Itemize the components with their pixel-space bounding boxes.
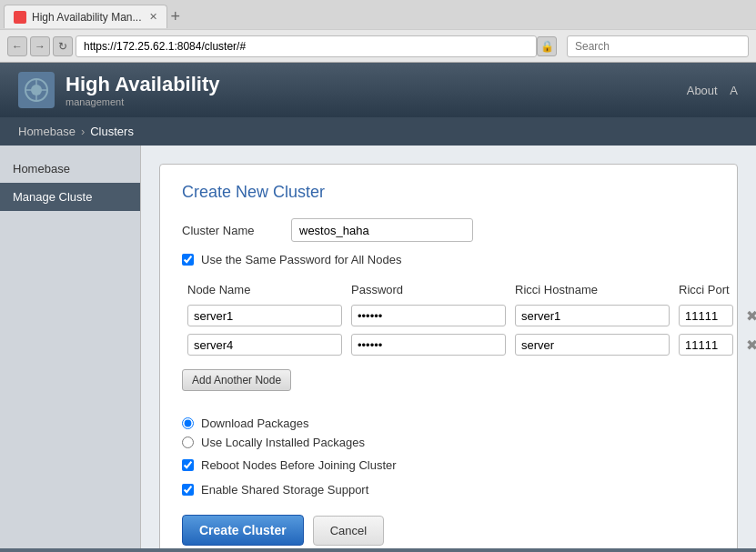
breadcrumb-home[interactable]: Homebase <box>18 125 76 138</box>
browser-chrome: High Availability Man... ✕ + ← → ↻ 🔒 <box>0 0 756 63</box>
main-layout: Homebase Manage Cluste Create New Cluste… <box>0 146 756 548</box>
sidebar-item-manage-cluster[interactable]: Manage Cluste <box>0 183 140 211</box>
same-password-row: Use the Same Password for All Nodes <box>182 253 715 266</box>
about-link[interactable]: About <box>687 84 718 97</box>
sidebar-item-homebase[interactable]: Homebase <box>0 155 140 183</box>
app-title: High Availability <box>66 73 220 96</box>
local-packages-label: Use Locally Installed Packages <box>201 436 365 449</box>
col-ricci-hostname: Ricci Hostname <box>511 279 673 300</box>
table-row: ✖ <box>184 302 756 329</box>
tab-title: High Availability Man... <box>32 11 142 24</box>
node-table: Node Name Password Ricci Hostname Ricci … <box>182 277 756 360</box>
cancel-button[interactable]: Cancel <box>313 516 384 546</box>
url-bar[interactable] <box>76 35 537 57</box>
cluster-name-input[interactable] <box>291 218 473 242</box>
active-tab[interactable]: High Availability Man... ✕ <box>4 5 167 28</box>
col-ricci-port: Ricci Port <box>675 279 737 300</box>
favicon-icon <box>14 11 26 24</box>
sidebar: Homebase Manage Cluste <box>0 146 141 548</box>
remove-node-button-1[interactable]: ✖ <box>742 336 756 354</box>
download-packages-radio[interactable] <box>182 417 194 429</box>
col-node-name: Node Name <box>184 279 346 300</box>
reboot-nodes-checkbox[interactable] <box>182 459 194 471</box>
main-content: Create New Cluster Cluster Name Use the … <box>141 146 756 548</box>
back-button[interactable]: ← <box>7 36 27 56</box>
dialog-title: Create New Cluster <box>182 183 715 202</box>
search-input[interactable] <box>567 35 749 57</box>
new-tab-button[interactable]: + <box>171 7 181 26</box>
app-header: High Availability management About A <box>0 63 756 117</box>
node-hostname-input-0[interactable] <box>515 305 670 326</box>
same-password-label: Use the Same Password for All Nodes <box>201 253 401 266</box>
shared-storage-checkbox[interactable] <box>182 484 194 496</box>
local-packages-row: Use Locally Installed Packages <box>182 436 715 449</box>
remove-node-button-0[interactable]: ✖ <box>742 306 756 325</box>
add-another-node-button[interactable]: Add Another Node <box>182 369 291 391</box>
refresh-button[interactable]: ↻ <box>53 36 73 56</box>
breadcrumb-current: Clusters <box>90 125 134 138</box>
tab-bar: High Availability Man... ✕ + <box>0 0 756 29</box>
local-packages-radio[interactable] <box>182 437 194 448</box>
table-row: ✖ <box>184 331 756 358</box>
same-password-checkbox[interactable] <box>182 254 194 266</box>
cluster-name-row: Cluster Name <box>182 218 715 242</box>
create-cluster-dialog: Create New Cluster Cluster Name Use the … <box>159 164 738 548</box>
app-nav-links: About A <box>678 84 738 97</box>
ssl-icon: 🔒 <box>537 36 557 56</box>
logo-icon <box>18 72 55 108</box>
node-name-input-0[interactable] <box>187 305 342 326</box>
extra-link[interactable]: A <box>730 84 738 97</box>
tab-close-button[interactable]: ✕ <box>149 11 157 23</box>
node-password-input-1[interactable] <box>351 334 506 356</box>
app-subtitle: management <box>66 96 220 107</box>
create-cluster-button[interactable]: Create Cluster <box>182 515 304 546</box>
breadcrumb-separator: › <box>81 125 85 138</box>
cluster-name-label: Cluster Name <box>182 224 291 237</box>
download-packages-label: Download Packages <box>201 417 309 430</box>
node-name-input-1[interactable] <box>187 334 342 356</box>
node-port-input-0[interactable] <box>679 305 733 326</box>
action-buttons-row: Create Cluster Cancel <box>182 515 715 546</box>
node-hostname-input-1[interactable] <box>515 334 670 356</box>
forward-button[interactable]: → <box>30 36 50 56</box>
shared-storage-row: Enable Shared Storage Support <box>182 483 715 497</box>
download-packages-row: Download Packages <box>182 417 715 430</box>
reboot-nodes-label: Reboot Nodes Before Joining Cluster <box>201 458 397 472</box>
node-password-input-0[interactable] <box>351 305 506 326</box>
app-logo: High Availability management <box>18 72 220 108</box>
reboot-nodes-row: Reboot Nodes Before Joining Cluster <box>182 458 715 472</box>
shared-storage-label: Enable Shared Storage Support <box>201 483 368 497</box>
logo-text: High Availability management <box>66 73 220 107</box>
breadcrumb-bar: Homebase › Clusters <box>0 117 756 146</box>
node-port-input-1[interactable] <box>679 334 733 356</box>
col-password: Password <box>348 279 509 300</box>
nav-bar: ← → ↻ 🔒 <box>0 29 756 62</box>
